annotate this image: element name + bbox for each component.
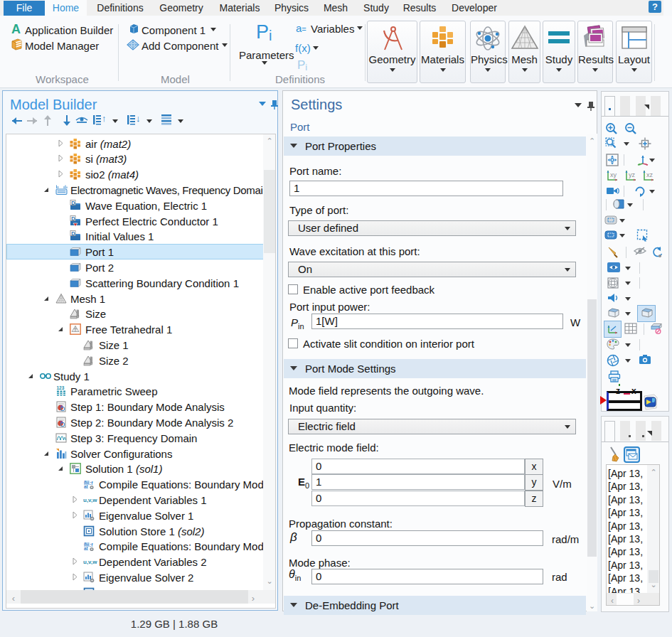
svg-text:xz: xz: [646, 171, 654, 178]
svg-text:au: au: [84, 479, 90, 484]
svg-text:yz: yz: [629, 171, 636, 178]
svg-text::f: :f: [90, 481, 93, 486]
svg-text:at: at: [84, 546, 89, 551]
svg-text:u,v,w: u,v,w: [83, 559, 97, 565]
svg-text:D: D: [71, 200, 75, 206]
svg-text:at: at: [84, 484, 89, 489]
svg-text:u,v,w: u,v,w: [83, 497, 97, 503]
svg-text:D: D: [71, 230, 75, 237]
svg-text:123: 123: [57, 385, 65, 390]
svg-text:au: au: [84, 541, 90, 546]
svg-text:D: D: [71, 215, 75, 222]
svg-text:xy: xy: [610, 171, 617, 178]
svg-text::f: :f: [90, 542, 93, 547]
